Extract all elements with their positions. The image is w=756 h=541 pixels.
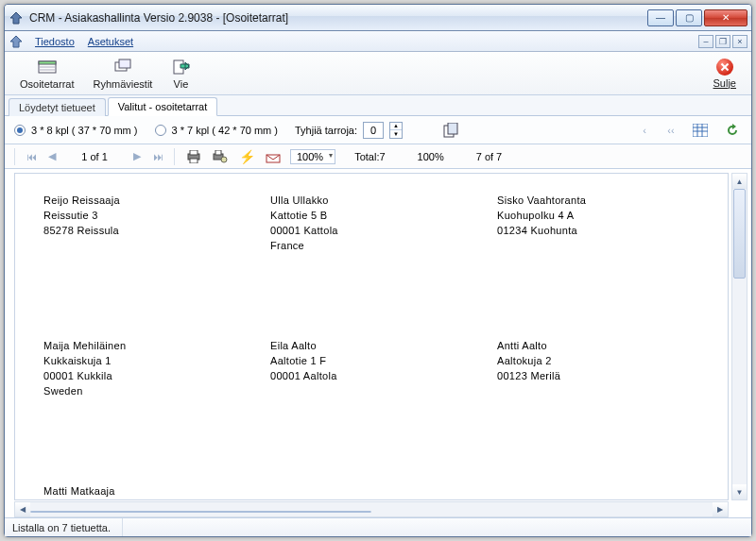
main-toolbar: Osoitetarrat Ryhmäviestit Vie Sulje xyxy=(5,52,751,95)
hscroll-thumb[interactable] xyxy=(30,511,371,513)
export-button[interactable]: Vie xyxy=(162,54,199,93)
status-text: Listalla on 7 tietuetta. xyxy=(12,518,123,536)
labels-button-label: Osoitetarrat xyxy=(20,78,74,90)
format-3x7-label: 3 * 7 kpl ( 42 * 70 mm ) xyxy=(172,125,279,136)
options-right: ‹ ‹‹ xyxy=(638,122,742,139)
format-3x7-radio[interactable]: 3 * 7 kpl ( 42 * 70 mm ) xyxy=(155,125,279,136)
close-button-label: Sulje xyxy=(713,77,736,89)
empty-labels-spinner[interactable]: ▲▼ xyxy=(389,122,403,139)
next-page-button[interactable]: ▶ xyxy=(130,150,144,162)
svg-point-19 xyxy=(221,157,227,162)
empty-labels-caption: Tyhjiä tarroja: xyxy=(295,125,357,136)
app-icon xyxy=(9,10,24,25)
document-pane[interactable]: Reijo ReissaajaReissutie 385278 Reissula… xyxy=(14,173,729,500)
format-3x8-label: 3 * 8 kpl ( 37 * 70 mm ) xyxy=(31,125,138,136)
page-of-label: 1 of 1 xyxy=(66,151,123,162)
vertical-scrollbar[interactable]: ▲ ▼ xyxy=(731,173,747,500)
count-label: 7 of 7 xyxy=(476,151,503,162)
export-button-label: Vie xyxy=(174,78,189,90)
titlebar: CRM - Asiakashallinta Versio 2.9038 - [O… xyxy=(5,5,751,31)
svg-rect-18 xyxy=(215,150,221,155)
format-3x8-radio[interactable]: 3 * 8 kpl ( 37 * 70 mm ) xyxy=(14,125,138,136)
app-window: CRM - Asiakashallinta Versio 2.9038 - [O… xyxy=(4,4,752,537)
mdi-restore-button[interactable]: ❐ xyxy=(715,35,730,48)
tabstrip: Löydetyt tietueet Valitut - osoitetarrat xyxy=(5,95,751,116)
menu-file[interactable]: Tiedosto xyxy=(29,34,80,49)
svg-rect-8 xyxy=(448,123,457,134)
prev-page-button[interactable]: ◀ xyxy=(45,150,59,162)
scroll-up-button[interactable]: ▲ xyxy=(732,174,747,189)
mdi-buttons: – ❐ × xyxy=(698,35,747,48)
nav-left-double-icon[interactable]: ‹‹ xyxy=(664,125,678,136)
export-report-button[interactable] xyxy=(264,148,283,165)
total-label: Total:7 xyxy=(354,151,385,162)
minimize-button[interactable]: — xyxy=(647,9,674,26)
address-label: Ulla UllakkoKattotie 5 B00001 KattolaFra… xyxy=(270,193,497,253)
address-label: Antti AaltoAaltokuja 200123 Merilä xyxy=(497,338,724,398)
labels-button[interactable]: Osoitetarrat xyxy=(10,54,83,93)
svg-rect-16 xyxy=(190,159,198,163)
address-label: Eila AaltoAaltotie 1 F00001 Aaltola xyxy=(270,338,497,398)
print-button[interactable] xyxy=(184,148,203,165)
scroll-left-button[interactable]: ◀ xyxy=(15,502,30,516)
labels-icon xyxy=(38,58,57,76)
export-icon xyxy=(171,58,190,76)
nav-left-single-icon[interactable]: ‹ xyxy=(638,125,651,136)
window-buttons: — ▢ ✕ xyxy=(645,9,747,26)
options-bar: 3 * 8 kpl ( 37 * 70 mm ) 3 * 7 kpl ( 42 … xyxy=(5,116,751,144)
maximize-button[interactable]: ▢ xyxy=(676,9,702,26)
tab-selected[interactable]: Valitut - osoitetarrat xyxy=(108,97,218,116)
home-icon xyxy=(9,34,24,49)
copy-button[interactable] xyxy=(442,122,461,139)
address-label: Reijo ReissaajaReissutie 385278 Reissula xyxy=(43,193,270,253)
svg-rect-9 xyxy=(693,124,708,137)
horizontal-scrollbar[interactable]: ◀ ▶ xyxy=(14,501,729,517)
svg-rect-5 xyxy=(119,59,130,68)
mdi-minimize-button[interactable]: – xyxy=(698,35,713,48)
last-page-button[interactable]: ⏭ xyxy=(151,151,164,162)
window-close-button[interactable]: ✕ xyxy=(704,9,747,26)
groupmsg-button-label: Ryhmäviestit xyxy=(93,78,152,90)
close-icon xyxy=(716,59,733,76)
refresh-button[interactable] xyxy=(723,122,742,139)
print-setup-button[interactable] xyxy=(211,148,230,165)
grid-view-button[interactable] xyxy=(691,122,710,139)
svg-rect-1 xyxy=(39,61,56,64)
menu-settings[interactable]: Asetukset xyxy=(82,34,139,49)
first-page-button[interactable]: ⏮ xyxy=(25,151,38,162)
statusbar: Listalla on 7 tietuetta. xyxy=(5,517,751,536)
label-page: Reijo ReissaajaReissutie 385278 Reissula… xyxy=(43,193,724,499)
groupmsg-button[interactable]: Ryhmäviestit xyxy=(83,54,162,93)
scroll-right-button[interactable]: ▶ xyxy=(713,502,728,516)
scroll-thumb[interactable] xyxy=(733,189,746,279)
menubar: Tiedosto Asetukset – ❐ × xyxy=(5,31,751,52)
pct-label: 100% xyxy=(418,151,444,162)
address-label: Sisko VaahtorantaKuohupolku 4 A01234 Kuo… xyxy=(497,193,724,253)
window-title: CRM - Asiakashallinta Versio 2.9038 - [O… xyxy=(29,11,645,25)
scroll-down-button[interactable]: ▼ xyxy=(732,484,747,499)
document-area: Reijo ReissaajaReissutie 385278 Reissula… xyxy=(5,169,751,517)
groupmsg-icon xyxy=(113,58,132,76)
label-grid: Reijo ReissaajaReissutie 385278 Reissula… xyxy=(43,193,724,499)
empty-labels-field: Tyhjiä tarroja: 0 ▲▼ xyxy=(295,122,403,139)
close-button[interactable]: Sulje xyxy=(704,54,746,93)
empty-labels-value[interactable]: 0 xyxy=(363,122,384,139)
report-toolbar: ⏮ ◀ 1 of 1 ▶ ⏭ ⚡ 100% Total:7 100% 7 of … xyxy=(5,144,751,169)
tab-found[interactable]: Löydetyt tietueet xyxy=(9,98,106,116)
address-label: Maija MehiläinenKukkaiskuja 100001 Kukki… xyxy=(43,338,270,398)
svg-rect-15 xyxy=(190,150,198,155)
mdi-close-button[interactable]: × xyxy=(732,35,747,48)
address-label: Matti Matkaaja xyxy=(43,483,270,499)
zoom-select[interactable]: 100% xyxy=(290,149,335,164)
refresh-report-button[interactable]: ⚡ xyxy=(237,148,256,165)
